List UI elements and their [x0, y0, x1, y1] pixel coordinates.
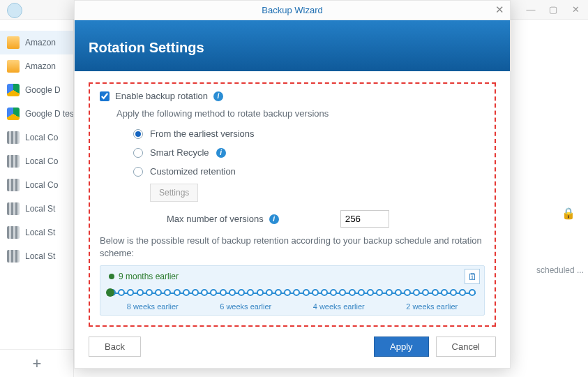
method-description: Apply the following method to rotate bac… — [116, 108, 485, 119]
sidebar-item[interactable]: Amazon — [0, 31, 73, 54]
timeline-week-label: 4 weeks earlier — [313, 302, 365, 311]
dialog-title: Backup Wizard — [262, 5, 322, 15]
local-icon — [7, 131, 20, 144]
timeline-dot — [303, 289, 310, 296]
radio-icon[interactable] — [133, 148, 143, 158]
timeline-dot — [284, 289, 291, 296]
dialog-header: Backup Wizard ✕ — [75, 1, 510, 20]
enable-rotation-checkbox[interactable]: Enable backup rotation i — [100, 91, 485, 101]
radio-icon[interactable] — [133, 167, 143, 177]
sidebar-item-label: Amazon — [25, 61, 56, 71]
sidebar-item[interactable]: Amazon — [0, 54, 73, 78]
timeline-week-label: 2 weeks earlier — [406, 302, 458, 311]
timeline-dot — [422, 289, 429, 296]
timeline-dot — [413, 289, 420, 296]
sidebar-item[interactable]: Local St — [0, 221, 73, 244]
timeline-dots — [109, 289, 476, 296]
timeline-dot — [174, 289, 181, 296]
info-icon[interactable]: i — [213, 91, 223, 101]
timeline-dot — [247, 289, 254, 296]
gdrive-icon — [7, 84, 20, 96]
backup-wizard-dialog: Backup Wizard ✕ Rotation Settings Enable… — [74, 0, 511, 369]
local-icon — [7, 155, 20, 168]
timeline-dot — [358, 289, 365, 296]
back-button[interactable]: Back — [89, 337, 141, 357]
highlighted-area: Enable backup rotation i Apply the follo… — [89, 82, 496, 327]
scheduled-text: scheduled ... — [536, 265, 584, 275]
amazon-icon — [7, 36, 20, 49]
timeline-dot — [164, 289, 171, 296]
sidebar-item[interactable]: Google D — [0, 78, 73, 102]
timeline-dot — [127, 289, 134, 296]
sidebar-item[interactable]: Local Co — [0, 149, 73, 173]
radio-label: Smart Recycle — [150, 147, 209, 158]
timeline-dot — [432, 289, 439, 296]
local-icon — [7, 202, 20, 215]
close-icon[interactable]: ✕ — [568, 4, 582, 15]
sidebar-item[interactable]: Local Co — [0, 173, 73, 197]
radio-earliest[interactable]: From the earliest versions — [133, 124, 485, 143]
enable-rotation-input[interactable] — [100, 91, 110, 101]
info-icon[interactable]: i — [269, 214, 279, 224]
radio-customized[interactable]: Customized retention — [133, 162, 485, 181]
enable-rotation-label: Enable backup rotation — [115, 91, 208, 101]
sidebar-item[interactable]: Local St — [0, 197, 73, 221]
timeline-dot — [395, 289, 402, 296]
timeline-dot — [275, 289, 282, 296]
timeline-dot — [450, 289, 457, 296]
sidebar-item-label: Google D test — [25, 109, 74, 119]
timeline-dot — [229, 289, 236, 296]
lock-icon: 🔒 — [561, 207, 575, 220]
apply-button[interactable]: Apply — [374, 337, 429, 357]
timeline-labels: 8 weeks earlier6 weeks earlier4 weeks ea… — [106, 302, 478, 311]
cancel-button[interactable]: Cancel — [436, 337, 496, 357]
settings-button: Settings — [150, 184, 198, 202]
timeline-dot — [257, 289, 264, 296]
sidebar-item[interactable]: Local Co — [0, 126, 73, 149]
timeline-start-icon — [109, 274, 114, 279]
timeline-dot — [192, 289, 199, 296]
timeline-dot — [137, 289, 144, 296]
radio-icon[interactable] — [133, 129, 143, 139]
radio-label: Customized retention — [150, 166, 236, 177]
timeline-dot — [321, 289, 328, 296]
timeline-top-label: 9 months earlier — [119, 272, 179, 281]
timeline-dot — [238, 289, 245, 296]
add-task-button[interactable]: + — [0, 349, 74, 377]
minimize-icon[interactable]: — — [524, 4, 538, 15]
timeline-week-label: 8 weeks earlier — [127, 302, 179, 311]
sidebar-item-label: Local Co — [25, 156, 58, 166]
sidebar-item[interactable]: Local St — [0, 244, 73, 268]
sidebar-item-label: Local St — [25, 204, 55, 214]
timeline-dot — [441, 289, 448, 296]
close-icon[interactable]: ✕ — [495, 3, 504, 16]
calendar-icon[interactable]: 🗓 — [465, 269, 480, 284]
sidebar-item-label: Local St — [25, 228, 55, 237]
timeline-dot — [146, 289, 153, 296]
timeline-dot — [349, 289, 356, 296]
sidebar-item-label: Local Co — [25, 180, 58, 190]
dialog-footer: Back Apply Cancel — [75, 327, 510, 368]
timeline-dot — [293, 289, 300, 296]
max-versions-input[interactable] — [340, 210, 389, 228]
radio-smart-recycle[interactable]: Smart Recycle i — [133, 143, 485, 162]
timeline-dot — [367, 289, 374, 296]
timeline-dot — [155, 289, 162, 296]
retention-note: Below is the possible result of backup r… — [100, 235, 485, 260]
maximize-icon[interactable]: ▢ — [546, 4, 560, 15]
info-icon[interactable]: i — [216, 148, 226, 158]
amazon-icon — [7, 60, 20, 73]
max-versions-label: Max number of versions — [167, 214, 264, 224]
timeline-dot — [376, 289, 383, 296]
timeline-week-label: 6 weeks earlier — [220, 302, 271, 311]
sidebar-item-label: Local St — [25, 251, 55, 261]
sidebar-item-label: Local Co — [25, 133, 58, 142]
gdrive-icon — [7, 108, 20, 120]
sidebar-item-label: Google D — [25, 85, 61, 95]
timeline-dot — [266, 289, 273, 296]
timeline-dot — [469, 289, 476, 296]
sidebar-item[interactable]: Google D test — [0, 102, 73, 126]
local-icon — [7, 179, 20, 191]
task-sidebar: AmazonAmazonGoogle DGoogle D testLocal C… — [0, 20, 74, 377]
timeline-dot — [183, 289, 190, 296]
